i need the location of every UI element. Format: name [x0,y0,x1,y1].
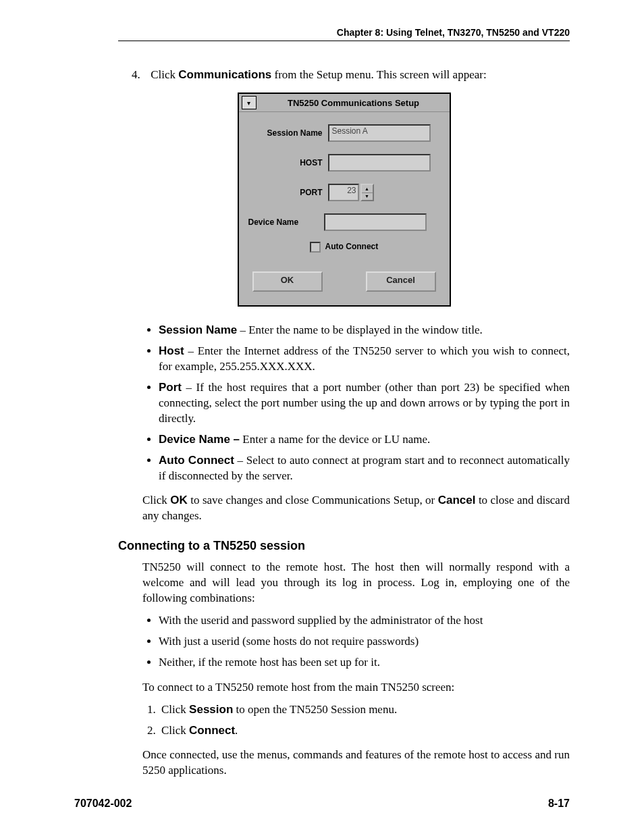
text: to open the TN5250 Session menu. [233,703,397,716]
list-item: Click Session to open the TN5250 Session… [159,701,570,719]
auto-connect-label: Auto Connect [325,242,379,251]
step-text-bold: Communications [178,68,271,81]
bullet-text: – Enter the name to be displayed in the … [237,323,483,336]
spinner-up-icon[interactable]: ▲ [362,185,373,193]
text-bold: Cancel [438,494,476,506]
device-name-input[interactable] [324,213,427,231]
port-label: PORT [248,188,328,197]
section-heading: Connecting to a TN5250 session [118,539,570,553]
login-options-list: With the userid and password supplied by… [142,613,570,671]
dialog-title: TN5250 Communications Setup [261,98,447,108]
list-item: Neither, if the remote host has been set… [159,655,570,671]
system-menu-icon[interactable]: ▾ [242,96,257,109]
dialog-screenshot: ▾ TN5250 Communications Setup Session Na… [238,93,451,307]
text-bold: OK [170,494,188,506]
text: Click [161,724,189,737]
bullet-text: – If the host requires that a port numbe… [159,381,570,425]
list-item: With the userid and password supplied by… [159,613,570,629]
list-item: With just a userid (some hosts do not re… [159,634,570,650]
page-header: Chapter 8: Using Telnet, TN3270, TN5250 … [118,27,570,41]
text: Click [142,494,170,506]
port-input[interactable]: 23 [328,184,359,201]
list-item: Host – Enter the Internet address of the… [159,344,570,375]
bullet-text: Enter a name for the device or LU name. [240,433,430,446]
text-bold: Connect [189,724,235,737]
dialog-titlebar: ▾ TN5250 Communications Setup [239,94,450,112]
text-bold: Session [189,703,233,716]
bullet-bold: Device Name – [159,433,240,446]
ok-cancel-paragraph: Click OK to save changes and close Commu… [142,493,570,524]
port-spinner[interactable]: ▲ ▼ [360,184,374,201]
text: . [235,724,238,737]
device-name-label: Device Name [248,217,304,227]
connect-paragraph-1: TN5250 will connect to the remote host. … [142,560,570,606]
host-input[interactable] [328,154,431,172]
ok-button[interactable]: OK [252,271,323,292]
bullet-bold: Auto Connect [159,454,234,467]
step-text-post: from the Setup menu. This screen will ap… [271,68,486,81]
session-name-input[interactable]: Session A [328,124,431,142]
spinner-down-icon[interactable]: ▼ [362,193,373,201]
auto-connect-row: Auto Connect [248,242,440,253]
bullet-bold: Session Name [159,323,237,336]
step-text-pre: Click [151,68,178,81]
field-description-list: Session Name – Enter the name to be disp… [142,323,570,484]
step-4: 4. Click Communications from the Setup m… [132,68,570,82]
text: Click [161,703,189,716]
footer-page-number: 8-17 [548,798,570,810]
connect-paragraph-2: To connect to a TN5250 remote host from … [142,680,570,696]
footer-doc-number: 707042-002 [74,798,132,810]
bullet-bold: Port [159,381,182,394]
bullet-text: – Enter the Internet address of the TN52… [159,344,570,373]
bullet-bold: Host [159,344,184,357]
auto-connect-checkbox[interactable] [310,242,321,253]
list-item: Click Connect. [159,722,570,739]
list-item: Session Name – Enter the name to be disp… [159,323,570,338]
connect-steps: Click Session to open the TN5250 Session… [142,701,570,739]
text: to save changes and close Communications… [188,494,438,506]
list-item: Device Name – Enter a name for the devic… [159,432,570,448]
cancel-button[interactable]: Cancel [366,271,436,292]
host-label: HOST [248,158,328,167]
connect-paragraph-3: Once connected, use the menus, commands … [142,748,570,779]
list-item: Port – If the host requires that a port … [159,380,570,427]
list-item: Auto Connect – Select to auto connect at… [159,453,570,484]
step-number: 4. [132,68,148,82]
session-name-label: Session Name [248,128,328,138]
